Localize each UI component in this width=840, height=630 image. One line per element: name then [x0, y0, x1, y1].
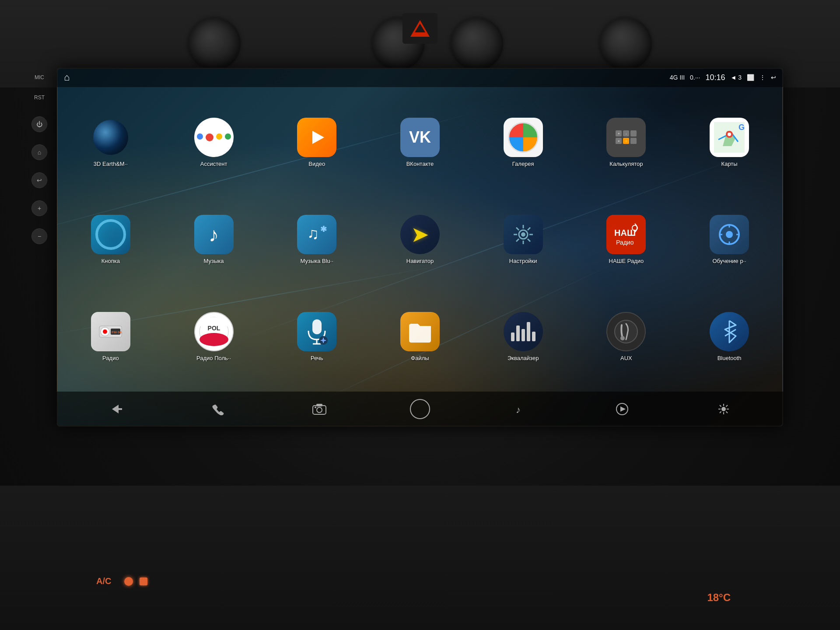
gallery-icon	[504, 118, 543, 157]
home-circle-button[interactable]	[410, 399, 430, 419]
play-nav-button[interactable]	[611, 398, 633, 420]
app-bluetooth[interactable]: Bluetooth	[680, 290, 779, 383]
app-settings[interactable]: Настройки	[474, 193, 573, 286]
app-music-bt[interactable]: ♫ ✱ Музыка Blu··	[267, 193, 366, 286]
calc-grid-icon: + - × =	[612, 127, 640, 147]
home-side-icon: ⌂	[38, 149, 41, 156]
vol-down-button[interactable]: −	[32, 228, 47, 244]
app-aux[interactable]: AUX	[577, 290, 676, 383]
gallery-pie-icon	[508, 122, 539, 153]
indicator-1	[124, 577, 133, 586]
app-button[interactable]: Кнопка	[61, 193, 160, 286]
app-vk[interactable]: VK ВКонтакте	[371, 96, 469, 189]
app-gallery[interactable]: Галерея	[474, 96, 573, 189]
app-3d-earth[interactable]: 3D Earth&M··	[61, 96, 160, 189]
svg-rect-36	[312, 319, 322, 334]
svg-point-16	[521, 232, 525, 237]
side-panel-left: MIC RST ⏻ ⌂ ↩ + −	[26, 66, 52, 372]
music-bt-icon: ♫ ✱	[297, 215, 336, 254]
vol-up-button[interactable]: +	[32, 200, 47, 216]
hazard-triangle-icon	[410, 20, 430, 37]
svg-line-13	[528, 239, 530, 242]
app-calculator[interactable]: + - × = Калькулятор	[577, 96, 676, 189]
vk-text: VK	[409, 128, 431, 147]
app-speech[interactable]: Речь	[267, 290, 366, 383]
app-label-3d-earth: 3D Earth&M··	[94, 161, 128, 167]
app-equalizer[interactable]: Эквалайзер	[474, 290, 573, 383]
app-label-video: Видео	[308, 161, 325, 167]
nav-arrow-button[interactable]	[105, 398, 127, 420]
phone-button[interactable]	[207, 398, 229, 420]
vent-center-right	[451, 18, 503, 70]
temp-display: 18°C	[707, 592, 731, 604]
music-nav-button[interactable]: ♪	[510, 398, 532, 420]
app-label-music-bt: Музыка Blu··	[300, 258, 333, 264]
power-button[interactable]: ⏻	[32, 116, 47, 132]
app-navigator[interactable]: ➤ Навигатор	[371, 193, 469, 286]
vol-up-icon: +	[38, 205, 41, 212]
app-maps[interactable]: G Карты	[680, 96, 779, 189]
more-icon[interactable]: ⋮	[760, 74, 766, 81]
app-video[interactable]: Видео	[267, 96, 366, 189]
app-learning[interactable]: Обучение р··	[680, 193, 779, 286]
ac-label: A/C	[96, 576, 111, 586]
app-assistant[interactable]: Ассистент	[164, 96, 263, 189]
status-right-group: 4G III 0.··· 10:16 ◄ 3 ⬜ ⋮ ↩	[670, 73, 776, 82]
settings-app-icon	[504, 215, 543, 254]
app-label-equalizer: Эквалайзер	[508, 355, 539, 361]
button-ring-icon	[95, 219, 126, 250]
status-bar: ⌂ 4G III 0.··· 10:16 ◄ 3 ⬜ ⋮ ↩	[57, 68, 783, 87]
screen-icon: ⬜	[747, 74, 754, 81]
settings-nav-button[interactable]	[713, 398, 735, 420]
signal-text: 4G III	[670, 74, 685, 81]
camera-button[interactable]	[308, 398, 330, 420]
svg-text:G: G	[738, 123, 745, 132]
music-icon: ♪	[194, 215, 234, 254]
home-side-button[interactable]: ⌂	[32, 144, 47, 160]
time-display: 10:16	[705, 73, 725, 82]
app-label-maps: Карты	[721, 161, 738, 167]
app-label-gallery: Галерея	[512, 161, 534, 167]
bluetooth-icon	[710, 312, 749, 351]
svg-point-45	[317, 407, 322, 413]
svg-point-22	[726, 231, 733, 238]
svg-point-29	[103, 329, 107, 334]
back-side-button[interactable]: ↩	[32, 172, 47, 188]
statusbar-home-icon[interactable]: ⌂	[64, 72, 70, 83]
app-label-settings: Настройки	[509, 258, 537, 264]
data-indicator: 0.···	[690, 74, 700, 81]
back-icon[interactable]: ↩	[771, 74, 776, 81]
equalizer-icon	[504, 312, 543, 351]
app-files[interactable]: Файлы	[371, 290, 469, 383]
volume-indicator: ◄ 3	[730, 74, 742, 81]
svg-text:POL: POL	[207, 325, 220, 332]
app-label-files: Файлы	[411, 355, 429, 361]
svg-rect-34	[200, 333, 228, 346]
app-radio[interactable]: FM·98.0 Радио	[61, 290, 160, 383]
svg-point-3	[728, 133, 731, 136]
button-app-icon	[91, 215, 130, 254]
app-radio-pol[interactable]: POL Радио Поль··	[164, 290, 263, 383]
svg-text:♫: ♫	[307, 224, 319, 242]
navigator-icon: ➤	[400, 215, 440, 254]
app-label-music: Музыка	[204, 258, 224, 264]
app-music[interactable]: ♪ Музыка	[164, 193, 263, 286]
app-grid: 3D Earth&M·· Ассистент Видео	[57, 87, 783, 392]
assistant-icon	[197, 133, 231, 141]
svg-point-40	[322, 339, 325, 342]
vol-down-icon: −	[38, 233, 41, 240]
svg-point-42	[620, 336, 625, 340]
svg-marker-50	[620, 406, 626, 412]
app-nashe-radio[interactable]: НАШ Радио НАШЕ Радио	[577, 193, 676, 286]
aux-icon	[606, 312, 646, 351]
svg-marker-43	[112, 405, 122, 413]
radio-icon: FM·98.0	[91, 312, 130, 351]
vk-icon: VK	[400, 118, 440, 157]
svg-line-12	[516, 228, 519, 230]
hazard-button[interactable]	[402, 13, 438, 44]
main-screen: ⌂ 4G III 0.··· 10:16 ◄ 3 ⬜ ⋮ ↩ 3D Earth&…	[57, 68, 783, 427]
mic-label: MIC	[35, 74, 44, 80]
svg-line-14	[528, 228, 530, 230]
indicator-2	[140, 578, 147, 585]
video-icon	[297, 118, 336, 157]
